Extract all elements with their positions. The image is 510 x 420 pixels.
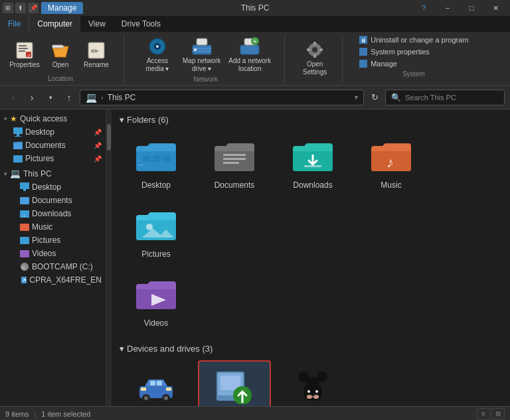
tab-view[interactable]: View — [80, 16, 114, 32]
folder-item-desktop[interactable]: ••• Desktop — [120, 131, 193, 195]
ribbon-btn-open[interactable]: Open — [44, 38, 77, 70]
svg-rect-17 — [240, 45, 259, 54]
refresh-button[interactable]: ↻ — [367, 90, 382, 105]
svg-rect-41 — [20, 224, 29, 231]
folder-item-videos[interactable]: Videos — [120, 269, 193, 333]
device-item-bootcamp[interactable]: BOOTCAMP (C:) — [120, 360, 193, 406]
folder-item-documents[interactable]: Documents — [198, 131, 271, 195]
system-group-label: System — [402, 70, 424, 78]
svg-text:♪: ♪ — [386, 154, 394, 171]
status-bar: 9 items | 1 item selected ≡ ⊞ — [0, 406, 510, 420]
back-button[interactable]: ‹ — [5, 90, 21, 105]
sidebar-item-qa-documents[interactable]: Documents 📌 — [0, 139, 106, 152]
maximize-button[interactable]: □ — [460, 0, 483, 16]
ribbon-btn-map-network[interactable]: Map networkdrive ▾ — [180, 35, 223, 74]
svg-rect-66 — [166, 387, 171, 391]
sidebar-item-music[interactable]: Music — [0, 220, 106, 234]
search-field[interactable]: 🔍 Search This PC — [385, 90, 505, 105]
svg-rect-2 — [19, 48, 28, 49]
tab-file[interactable]: File — [0, 16, 29, 32]
ribbon-btn-rename[interactable]: ✏ Rename — [80, 38, 113, 70]
svg-point-62 — [164, 396, 168, 400]
svg-point-79 — [315, 390, 318, 393]
address-arrow: › — [101, 94, 104, 102]
ribbon-network-items: Accessmedia ▾ Map networkdrive ▾ + Add a… — [137, 35, 274, 74]
svg-point-15 — [194, 48, 197, 51]
sidebar-item-documents[interactable]: Documents — [0, 194, 106, 207]
documents-label: Documents — [32, 196, 72, 205]
ribbon-btn-properties[interactable]: ✓ Properties — [8, 38, 41, 70]
sidebar-item-desktop[interactable]: Desktop — [0, 180, 106, 194]
scrollbar-thumb[interactable] — [107, 124, 111, 151]
sidebar: ▾ ★ Quick access Desktop 📌 Documents 📌 P… — [0, 109, 106, 406]
pin-icon-pics: 📌 — [94, 155, 102, 163]
ribbon-btn-open-settings[interactable]: OpenSettings — [298, 38, 331, 78]
sidebar-header-this-pc[interactable]: ▾ 💻 This PC — [0, 167, 106, 180]
add-location-label: Add a networklocation — [228, 57, 271, 73]
pin-icon-docs: 📌 — [94, 142, 102, 149]
svg-rect-31 — [13, 127, 23, 134]
cpra-label: CPRA_X64FRE_EN — [29, 275, 102, 285]
tab-drive-tools[interactable]: Drive Tools — [114, 16, 169, 32]
folder-item-music[interactable]: ♪ Music — [355, 131, 428, 195]
sidebar-item-cpra[interactable]: CPRA_X64FRE_EN — [0, 273, 106, 287]
quick-access-chevron: ▾ — [4, 115, 7, 122]
ribbon-btn-access-media[interactable]: Accessmedia ▾ — [137, 35, 177, 74]
svg-point-73 — [317, 372, 327, 382]
close-button[interactable]: ✕ — [483, 0, 507, 16]
svg-rect-37 — [23, 189, 26, 191]
address-bar: ‹ › ▾ ↑ 💻 › This PC ▾ ↻ 🔍 Search This PC — [0, 86, 510, 109]
svg-rect-75 — [304, 386, 321, 396]
sidebar-section-this-pc: ▾ 💻 This PC Desktop Documents ↓ Download… — [0, 167, 106, 287]
forward-button[interactable]: › — [24, 90, 40, 105]
title-bar-left: ⊞ ⬆ 📌 Manage — [3, 2, 83, 14]
sidebar-item-videos[interactable]: Videos — [0, 247, 106, 260]
search-placeholder: Search This PC — [405, 94, 456, 102]
sidebar-item-qa-pictures[interactable]: Pictures 📌 — [0, 152, 106, 165]
svg-rect-42 — [20, 237, 29, 244]
svg-point-78 — [307, 390, 310, 393]
rename-label: Rename — [84, 61, 109, 69]
sidebar-header-quick-access[interactable]: ▾ ★ Quick access — [0, 112, 106, 125]
device-item-local-disk[interactable]: Local Disk (E:) — [276, 360, 349, 406]
bootcamp-label: BOOTCAMP (C:) — [32, 262, 93, 271]
manage-tab[interactable]: Manage — [41, 2, 83, 14]
folders-title-text: Folders (6) — [127, 115, 169, 125]
folders-section-title[interactable]: ▾ Folders (6) — [120, 115, 502, 125]
sidebar-item-pictures[interactable]: Pictures — [0, 234, 106, 247]
svg-text:✏: ✏ — [91, 46, 99, 56]
pictures-folder-label: Pictures — [141, 249, 170, 259]
pin-icon: 📌 — [94, 129, 102, 136]
svg-point-22 — [312, 47, 317, 52]
sidebar-item-qa-desktop[interactable]: Desktop 📌 — [0, 125, 106, 139]
svg-rect-3 — [19, 50, 25, 52]
svg-rect-54 — [304, 165, 321, 167]
sidebar-scrollbar[interactable] — [106, 109, 112, 406]
system-item-manage[interactable]: Manage — [356, 58, 471, 69]
system-item-uninstall[interactable]: 🖥 Uninstall or change a program — [356, 35, 471, 45]
minimize-button[interactable]: − — [436, 0, 460, 16]
uninstall-label: Uninstall or change a program — [371, 36, 468, 44]
qa-documents-label: Documents — [25, 141, 66, 150]
address-field[interactable]: 💻 › This PC ▾ — [80, 90, 364, 105]
map-network-label: Map networkdrive ▾ — [183, 57, 220, 73]
svg-text:C: C — [22, 265, 26, 271]
ribbon-btn-add-location[interactable]: + Add a networklocation — [226, 35, 274, 74]
recent-button[interactable]: ▾ — [42, 90, 58, 105]
folder-item-downloads[interactable]: Downloads — [276, 131, 349, 195]
svg-rect-32 — [17, 134, 19, 136]
open-label: Open — [52, 61, 68, 69]
svg-rect-64 — [157, 381, 162, 385]
system-item-properties[interactable]: System properties — [356, 46, 471, 57]
folder-item-pictures[interactable]: Pictures — [120, 200, 193, 264]
list-view-button[interactable]: ≡ — [477, 408, 490, 420]
help-button[interactable]: ? — [412, 0, 436, 16]
tab-computer[interactable]: Computer — [29, 16, 80, 32]
up-button[interactable]: ↑ — [61, 90, 77, 105]
sidebar-item-bootcamp[interactable]: C BOOTCAMP (C:) — [0, 260, 106, 273]
sidebar-item-downloads[interactable]: ↓ Downloads — [0, 207, 106, 220]
device-item-cpra[interactable]: CPRA_X64FRE_EN-US_DV5 (D:) — [198, 360, 271, 406]
grid-view-button[interactable]: ⊞ — [491, 408, 505, 420]
folder-grid-2: Videos — [120, 269, 502, 333]
devices-section-title[interactable]: ▾ Devices and drives (3) — [120, 344, 502, 354]
